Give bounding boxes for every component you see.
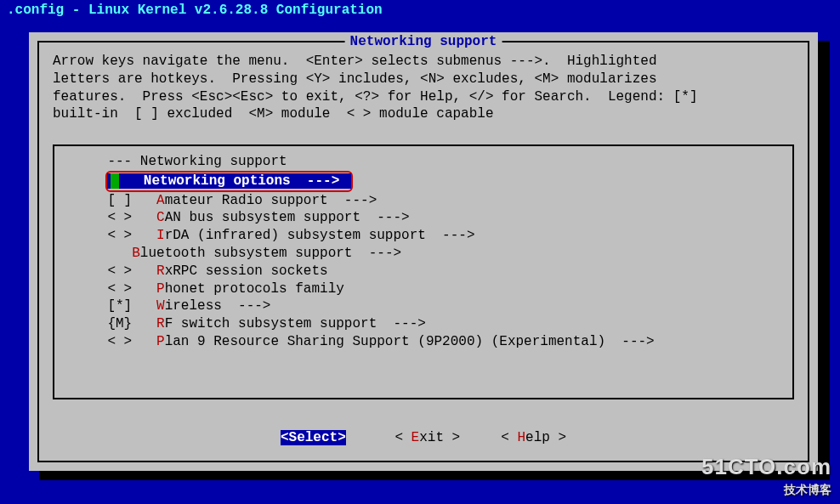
menuconfig-dialog: Networking support Arrow keys navigate t…: [29, 32, 818, 471]
menu-item[interactable]: < > IrDA (infrared) subsystem support --…: [54, 227, 792, 245]
button-bar: <Select> < Exit > < Help >: [39, 429, 808, 447]
help-button[interactable]: < Help >: [501, 430, 566, 445]
window-title: .config - Linux Kernel v2.6.28.8 Configu…: [0, 0, 840, 21]
menu-item[interactable]: [ ] Amateur Radio support --->: [54, 192, 792, 210]
menu-item[interactable]: Bluetooth subsystem support --->: [54, 245, 792, 263]
menu-item[interactable]: < > Phonet protocols family: [54, 280, 792, 298]
menu-item[interactable]: < > CAN bus subsystem support --->: [54, 209, 792, 227]
dialog-shadow-right: [818, 41, 830, 479]
watermark: 51CTO.com 技术博客: [701, 453, 831, 497]
menu-item[interactable]: [*] Wireless --->: [54, 297, 792, 315]
dialog-title: Networking support: [345, 33, 502, 51]
dialog-border: Networking support Arrow keys navigate t…: [37, 41, 809, 462]
help-text: Arrow keys navigate the menu. <Enter> se…: [53, 53, 794, 123]
menu-header: --- Networking support: [54, 153, 792, 171]
select-button[interactable]: <Select>: [281, 430, 346, 445]
menu-item[interactable]: Networking options --->: [54, 171, 792, 192]
menu-list[interactable]: --- Networking support Networking option…: [53, 144, 794, 399]
exit-button[interactable]: < Exit >: [394, 430, 460, 445]
menu-item[interactable]: {M} RF switch subsystem support --->: [54, 315, 792, 333]
menu-item[interactable]: < > Plan 9 Resource Sharing Support (9P2…: [54, 333, 792, 351]
menu-item[interactable]: < > RxRPC session sockets: [54, 263, 792, 280]
